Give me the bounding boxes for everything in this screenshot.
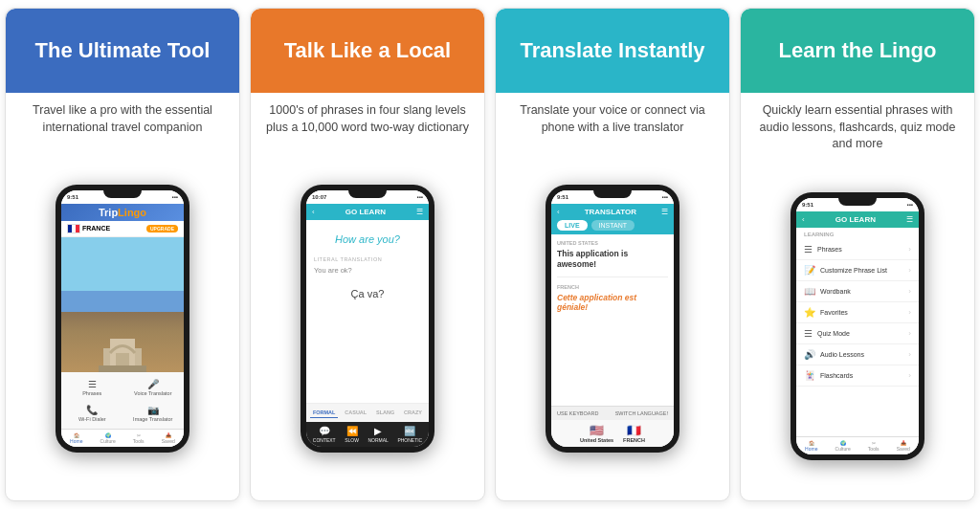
chevron-icon-quiz: › [908,329,911,338]
p4-bottom-culture[interactable]: 🌍 Culture [835,440,851,452]
phone2-notch [348,190,387,198]
learn-item-left: 🃏 Flashcards [804,370,853,381]
nav-image[interactable]: 📷 Image Translator [124,402,183,425]
learn-favorites-label: Favorites [820,309,848,316]
learn-item-favorites[interactable]: ⭐ Favorites › [796,302,919,323]
p4-bottom-saved[interactable]: 📥 Saved [897,440,910,452]
panel1-subtitle: Travel like a pro with the essential int… [6,93,239,144]
nav-phrases-label: Phrases [82,390,101,396]
chevron-icon-wordbank: › [908,287,911,296]
nav-wifi-label: Wi-Fi Dialer [78,416,106,422]
p4-bottom-home[interactable]: 🏠 Home [805,440,817,452]
bottom-saved[interactable]: 📥 Saved [162,432,175,444]
panel2-subtitle: 1000's of phrases in four slang levels p… [251,93,484,144]
phone4-bottom-bar: 🏠 Home 🌍 Culture ✂ Tools 📥 Saved [796,436,919,454]
phone1-notch [103,190,142,198]
phone1-time: 9:51 [67,194,78,200]
phone4-signal: ▪▪▪ [907,202,913,208]
us-flag-icon: 🇺🇸 [590,424,604,437]
panel4-header: Learn the Lingo [741,9,974,93]
learn-phrases-label: Phrases [817,246,842,253]
level-casual[interactable]: CASUAL [342,408,369,418]
panel4-title: Learn the Lingo [779,38,937,63]
panel-talk-local: Talk Like a Local 1000's of phrases in f… [250,8,485,501]
phrases-icon: ☰ [88,379,97,389]
learn-item-customize[interactable]: 📝 Customize Phrase List › [796,260,919,281]
triplingo-logo: TripLingo [99,207,146,218]
wordbank-icon: 📖 [804,286,815,297]
phrases-list-icon: ☰ [804,244,813,254]
phrase-area: How are you? LITERAL TRANSLATION You are… [306,220,429,403]
translator-bottom-bar: USE KEYBOARD SWITCH LANGUAGE! [551,406,674,420]
learn-audio-label: Audio Lessons [820,351,864,358]
flashcards-icon: 🃏 [804,370,815,381]
panel1-header: The Ultimate Tool [6,9,239,93]
menu-icon: ☰ [416,208,423,216]
phone1-signal: ▪▪▪ [172,194,178,200]
bottom-home[interactable]: 🏠 Home [70,432,82,444]
phone1: 9:51 ▪▪▪ TripLingo FRANCE UPGRADE [56,185,189,453]
learn-item-quiz[interactable]: ☰ Quiz Mode › [796,323,919,344]
learn-item-phrases[interactable]: ☰ Phrases › [796,239,919,260]
translator-tabs: LIVE INSTANT [551,220,674,234]
panel2-header: Talk Like a Local [251,9,484,93]
literal-text: You are ok? [314,266,421,275]
chevron-icon-audio: › [908,350,911,359]
learn-customize-label: Customize Phrase List [820,267,887,274]
ctrl-context[interactable]: 💬 CONTEXT [313,426,336,443]
flag-icon: FRANCE [67,224,110,233]
tab-instant[interactable]: INSTANT [591,220,635,231]
level-crazy[interactable]: CRAZY [401,408,425,418]
panel-learn-lingo: Learn the Lingo Quickly learn essential … [740,8,975,501]
keyboard-label[interactable]: USE KEYBOARD [557,410,598,416]
phone4: 9:51 ▪▪▪ ‹ GO LEARN ☰ LEARNING ☰ Phrases [791,192,924,460]
learn-flashcards-label: Flashcards [820,372,853,379]
target-flag-item[interactable]: 🇫🇷 FRENCH [623,424,645,443]
ctrl-phonetic[interactable]: 🔤 PHONETIC [397,426,422,443]
voice-icon: 🎤 [147,379,159,389]
normal-icon: ▶ [374,426,382,436]
phone2-app-header: ‹ GO LEARN ☰ [306,204,429,220]
ctrl-normal[interactable]: ▶ NORMAL [368,426,388,443]
content-divider [557,277,668,277]
phone2-time: 10:07 [312,194,326,200]
panel3-title: Translate Instantly [520,38,704,63]
learn-item-left: ☰ Phrases [804,244,842,254]
nav-wifi[interactable]: 📞 Wi-Fi Dialer [63,402,122,425]
phone1-screen: 9:51 ▪▪▪ TripLingo FRANCE UPGRADE [61,190,184,447]
learn-item-wordbank[interactable]: 📖 Wordbank › [796,281,919,302]
learn-quiz-label: Quiz Mode [817,330,850,337]
level-slang[interactable]: SLANG [373,408,397,418]
flags-bar: 🇺🇸 United States 🇫🇷 FRENCH [551,420,674,447]
level-formal[interactable]: FORMAL [310,408,339,418]
translator-content: UNITED STATES This application is awesom… [551,234,674,406]
ctrl-slow[interactable]: ⏪ SLOW [345,426,359,443]
favorites-icon: ⭐ [804,307,815,318]
panel2-phone-container: 10:07 ▪▪▪ ‹ GO LEARN ☰ How are you? LITE… [301,144,434,500]
switch-label[interactable]: SWITCH LANGUAGE! [615,410,668,416]
panel-ultimate-tool: The Ultimate Tool Travel like a pro with… [5,8,240,501]
phonetic-icon: 🔤 [404,426,415,436]
audio-icon: 🔊 [804,349,815,360]
screen2-title: GO LEARN [315,208,416,216]
panel4-phone-container: 9:51 ▪▪▪ ‹ GO LEARN ☰ LEARNING ☰ Phrases [791,161,924,501]
bottom-culture[interactable]: 🌍 Culture [100,432,116,444]
phone3: 9:51 ▪▪▪ ‹ TRANSLATOR ☰ LIVE INSTANT UNI… [546,185,679,453]
phone2-signal: ▪▪▪ [417,194,423,200]
source-flag-item[interactable]: 🇺🇸 United States [580,424,613,443]
learn-wordbank-label: Wordbank [820,288,851,295]
p4-bottom-tools[interactable]: ✂ Tools [868,440,880,452]
svg-rect-3 [99,365,146,372]
screen3-title: TRANSLATOR [560,208,661,216]
learn-item-audio[interactable]: 🔊 Audio Lessons › [796,344,919,365]
phone1-app-header: TripLingo [61,204,184,221]
bottom-tools[interactable]: ✂ Tools [133,432,145,444]
nav-voice[interactable]: 🎤 Voice Translator [124,376,183,399]
learn-item-flashcards[interactable]: 🃏 Flashcards › [796,365,919,387]
panel2-title: Talk Like a Local [284,38,451,63]
source-text: This application is awesome! [557,249,668,270]
panel3-subtitle: Translate your voice or connect via phon… [496,93,729,144]
tab-live[interactable]: LIVE [557,220,588,231]
fr-flag-icon: 🇫🇷 [627,424,641,437]
nav-phrases[interactable]: ☰ Phrases [63,376,122,399]
